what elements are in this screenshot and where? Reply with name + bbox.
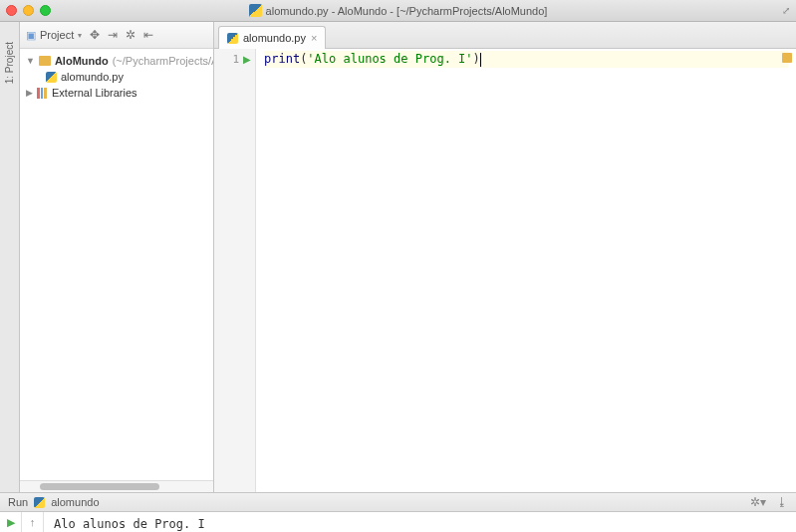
run-config-name: alomundo <box>51 496 99 508</box>
python-file-icon <box>46 72 57 83</box>
run-hide-icon[interactable]: ⭳ <box>776 495 788 509</box>
console-line: Alo alunos de Prog. I <box>54 516 786 532</box>
text-caret <box>480 53 481 67</box>
external-libraries-label: External Libraries <box>52 87 137 99</box>
zoom-window-button[interactable] <box>40 5 51 16</box>
run-actions-rail: ▶ » <box>0 512 22 532</box>
run-toolwindow-header: Run alomundo ✲▾ ⭳ <box>0 492 796 512</box>
scroll-to-icon[interactable]: ✥ <box>90 28 100 42</box>
run-toolwindow-body: ▶ » ↑ ↓ Alo alunos de Prog. I Process fi… <box>0 512 796 532</box>
minimize-window-button[interactable] <box>23 5 34 16</box>
project-tree[interactable]: ▼ AloMundo (~/PycharmProjects/AloMundo) … <box>20 49 213 480</box>
run-line-icon[interactable]: ▶ <box>243 54 251 65</box>
fullscreen-icon[interactable]: ⤢ <box>782 5 790 16</box>
folder-icon <box>39 56 51 66</box>
external-libraries-row[interactable]: ▶ External Libraries <box>20 85 213 101</box>
python-file-icon <box>249 4 262 17</box>
warning-marker-icon[interactable] <box>782 53 792 63</box>
gutter-line: 1 ▶ <box>214 51 255 68</box>
library-icon <box>37 88 48 99</box>
window-title-text: alomundo.py - AloMundo - [~/PycharmProje… <box>266 5 548 17</box>
scrollbar-thumb[interactable] <box>40 483 159 490</box>
titlebar: alomundo.py - AloMundo - [~/PycharmProje… <box>0 0 796 22</box>
editor-body: 1 ▶ print('Alo alunos de Prog. I') <box>214 49 796 492</box>
window-title: alomundo.py - AloMundo - [~/PycharmProje… <box>0 4 796 17</box>
editor-tabbar: alomundo.py × <box>214 22 796 49</box>
editor-gutter[interactable]: 1 ▶ <box>214 49 256 492</box>
code-editor[interactable]: print('Alo alunos de Prog. I') <box>256 49 796 492</box>
project-root-path: (~/PycharmProjects/AloMundo) <box>113 55 213 67</box>
run-output-rail: ↑ ↓ <box>22 512 44 532</box>
project-panel-toolbar: ▣ Project ▾ ✥ ⇥ ✲ ⇤ <box>20 22 213 49</box>
editor-tab[interactable]: alomundo.py × <box>218 26 326 49</box>
project-panel: ▣ Project ▾ ✥ ⇥ ✲ ⇤ ▼ AloMundo (~/Pychar… <box>20 22 214 492</box>
run-console[interactable]: Alo alunos de Prog. I Process finished w… <box>44 512 796 532</box>
project-file-row[interactable]: alomundo.py <box>20 69 213 85</box>
project-panel-title[interactable]: ▣ Project ▾ <box>26 29 82 42</box>
gear-icon[interactable]: ✲ <box>126 28 135 42</box>
project-hscrollbar[interactable] <box>20 480 213 492</box>
up-arrow-icon[interactable]: ↑ <box>30 516 36 528</box>
line-number: 1 <box>232 53 239 66</box>
editor-area: alomundo.py × 1 ▶ print('Alo alunos de P… <box>214 22 796 492</box>
run-title: Run <box>8 496 28 508</box>
project-root-name: AloMundo <box>55 55 109 67</box>
project-root-row[interactable]: ▼ AloMundo (~/PycharmProjects/AloMundo) <box>20 53 213 69</box>
python-file-icon <box>34 497 45 508</box>
expand-icon[interactable]: ▶ <box>26 88 33 98</box>
close-window-button[interactable] <box>6 5 17 16</box>
main-area: 1: Project ▣ Project ▾ ✥ ⇥ ✲ ⇤ ▼ AloMund… <box>0 22 796 492</box>
collapse-icon[interactable]: ⇥ <box>108 28 118 42</box>
project-file-name: alomundo.py <box>61 71 124 83</box>
code-line[interactable]: print('Alo alunos de Prog. I') <box>264 51 788 68</box>
window-controls <box>6 5 51 16</box>
expand-icon[interactable]: ▼ <box>26 56 35 66</box>
editor-tab-label: alomundo.py <box>243 32 306 44</box>
close-tab-icon[interactable]: × <box>311 32 317 44</box>
project-tool-button[interactable]: 1: Project <box>4 42 15 84</box>
rerun-icon[interactable]: ▶ <box>7 516 15 529</box>
run-gear-icon[interactable]: ✲▾ <box>750 495 766 509</box>
python-file-icon <box>227 33 238 44</box>
hide-icon[interactable]: ⇤ <box>143 28 153 42</box>
left-tool-rail: 1: Project <box>0 22 20 492</box>
